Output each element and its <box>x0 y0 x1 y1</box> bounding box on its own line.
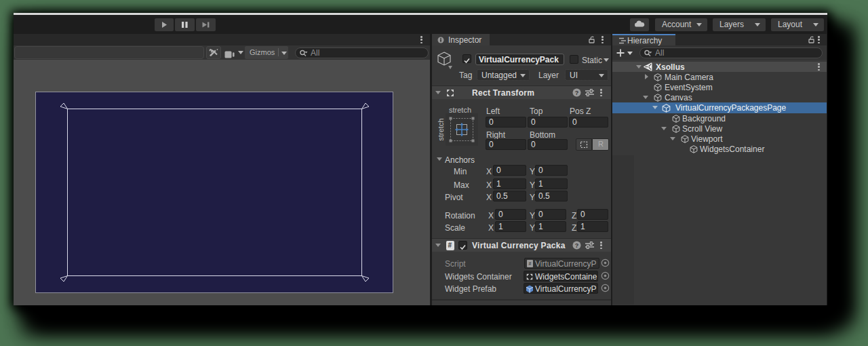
svg-text:?: ? <box>575 242 579 249</box>
svg-text:#: # <box>529 261 532 266</box>
svg-text:?: ? <box>575 90 579 96</box>
